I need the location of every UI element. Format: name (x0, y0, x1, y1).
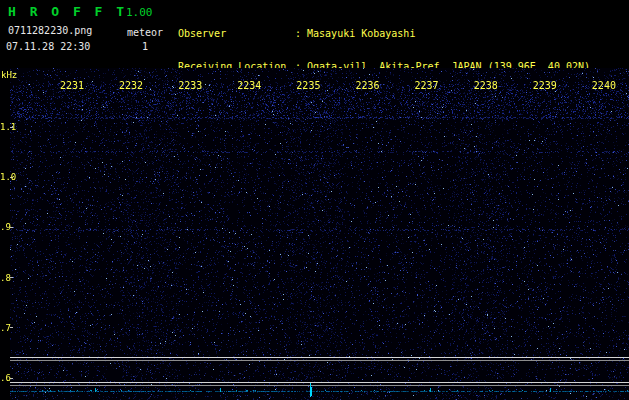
info-row-observer: Observer : Masayuki Kobayashi (178, 28, 590, 39)
meteor-label: meteor (127, 27, 163, 38)
time-label-2235: 2235 (295, 80, 321, 91)
meteor-count: 1 (142, 41, 148, 52)
spectrogram-plot: kHz 223122322233223422352236223722382239… (0, 68, 629, 400)
time-label-2233: 2233 (177, 80, 203, 91)
time-label-2236: 2236 (355, 80, 381, 91)
time-label-2238: 2238 (473, 80, 499, 91)
freq-unit-label: kHz (1, 70, 17, 80)
freq-label-1.1: 1.1 (0, 122, 16, 132)
freq-label-.7: .7 (0, 323, 11, 333)
time-label-2237: 2237 (414, 80, 440, 91)
info-label: Observer (178, 28, 295, 39)
time-label-2232: 2232 (118, 80, 144, 91)
spectrogram-canvas (10, 68, 629, 400)
time-label-2234: 2234 (236, 80, 262, 91)
time-label-2240: 2240 (591, 80, 617, 91)
info-value: : Masayuki Kobayashi (295, 28, 415, 39)
freq-label-.8: .8 (0, 273, 11, 283)
time-label-2231: 2231 (59, 80, 85, 91)
time-label-2239: 2239 (532, 80, 558, 91)
timestamp: 07.11.28 22:30 (6, 41, 90, 52)
hrofft-window: H R O F F T 1.00 0711282230.png meteor 1… (0, 0, 629, 400)
output-filename: 0711282230.png (8, 25, 92, 36)
freq-label-1.0: 1.0 (0, 172, 16, 182)
app-version: 1.00 (126, 6, 153, 19)
freq-label-.6: .6 (0, 373, 11, 383)
app-title: H R O F F T (8, 4, 127, 19)
freq-label-.9: .9 (0, 222, 11, 232)
